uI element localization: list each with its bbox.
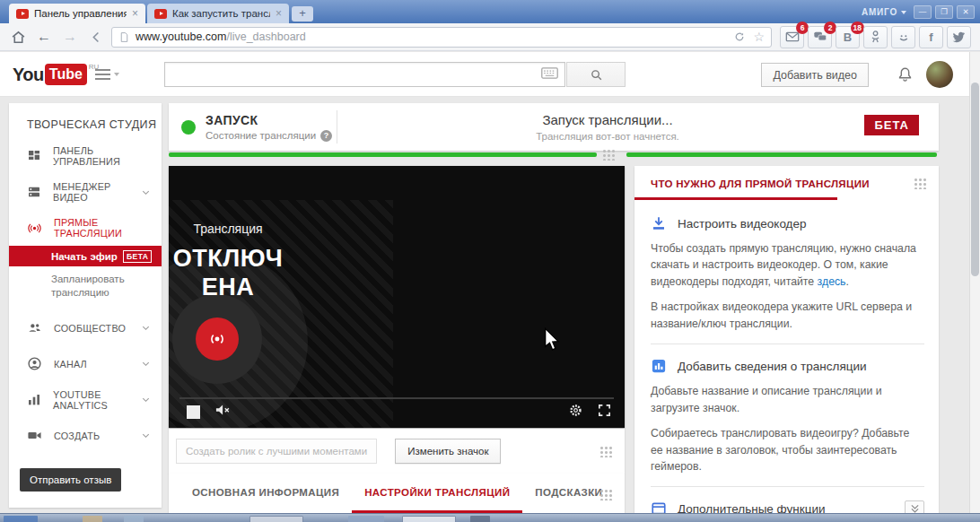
- page-content: ТВОРЧЕСКАЯ СТУДИЯ ПАНЕЛЬ УПРАВЛЕНИЯ МЕНЕ…: [0, 97, 980, 513]
- drag-handle[interactable]: [599, 489, 612, 500]
- here-link[interactable]: здесь: [818, 275, 846, 288]
- section-paragraph: Чтобы создать прямую трансляцию, нужно с…: [651, 240, 924, 290]
- browser-menu-button[interactable]: АМИГО: [862, 7, 906, 17]
- sidebar-item-analytics[interactable]: YOUTUBE ANALYTICS: [9, 382, 162, 418]
- windows-taskbar[interactable]: [0, 513, 980, 522]
- search-input[interactable]: [165, 63, 535, 86]
- taskbar-item[interactable]: [249, 516, 303, 522]
- reload-icon[interactable]: [733, 30, 746, 43]
- sidebar-subitem-schedule-stream[interactable]: Запланировать трансляцию: [9, 266, 144, 301]
- share-button[interactable]: [85, 26, 107, 48]
- sidebar-subitem-start-stream[interactable]: Начать эфир БЕТА: [9, 246, 162, 266]
- player-progress-bar[interactable]: [179, 397, 614, 399]
- back-button[interactable]: ←: [33, 26, 55, 48]
- home-button[interactable]: [7, 26, 29, 48]
- user-avatar[interactable]: [926, 61, 953, 88]
- taskbar-item[interactable]: [83, 516, 102, 522]
- maximize-button[interactable]: ❐: [935, 5, 953, 19]
- minimize-button[interactable]: —: [914, 5, 932, 19]
- help-icon[interactable]: ?: [320, 130, 332, 142]
- send-feedback-button[interactable]: Отправить отзыв: [20, 468, 121, 492]
- section-heading: Настроить видеокодер: [678, 217, 806, 231]
- home-icon: [11, 30, 26, 45]
- sidebar-item-label: ПАНЕЛЬ УПРАВЛЕНИЯ: [53, 145, 162, 167]
- add-video-button[interactable]: Добавить видео: [761, 63, 869, 87]
- checklist-title: ЧТО НУЖНО ДЛЯ ПРЯМОЙ ТРАНСЛЯЦИИ: [651, 178, 870, 189]
- chevron-down-icon: [141, 187, 151, 197]
- search-box: [164, 62, 565, 87]
- taskbar-item[interactable]: [470, 516, 490, 522]
- tab-stream-settings[interactable]: НАСТРОЙКИ ТРАНСЛЯЦИЙ: [352, 474, 522, 513]
- bookmark-star-icon[interactable]: ☆: [753, 30, 765, 44]
- stop-button[interactable]: [187, 405, 200, 419]
- channel-icon: [27, 356, 42, 371]
- dashboard-icon: [27, 149, 41, 163]
- sidebar-title: ТВОРЧЕСКАЯ СТУДИЯ: [9, 103, 162, 138]
- facebook-button[interactable]: f: [919, 26, 943, 48]
- facebook-icon: f: [929, 30, 932, 44]
- sidebar-item-live-streaming[interactable]: ПРЯМЫЕ ТРАНСЛЯЦИИ: [9, 210, 162, 246]
- chat-button[interactable]: 2: [808, 26, 832, 48]
- mail-icon: [785, 30, 800, 43]
- twitter-button[interactable]: [947, 26, 971, 48]
- mail-button[interactable]: 6: [780, 26, 804, 48]
- sidebar-item-label: МЕНЕДЖЕР ВИДЕО: [53, 181, 129, 203]
- checklist-section-details: Добавить сведения о трансляции: [651, 358, 924, 374]
- stream-status-bar: ЗАПУСК Состояние трансляции ? Запуск тра…: [169, 103, 939, 151]
- search-button[interactable]: [566, 62, 626, 87]
- status-divider: [337, 110, 337, 144]
- tab-close-icon[interactable]: ×: [276, 7, 282, 20]
- new-tab-button[interactable]: +: [292, 6, 313, 22]
- url-text: www.youtube.com/live_dashboard: [136, 30, 306, 43]
- browser-tab-howto[interactable]: Как запустить трансл ×: [147, 4, 289, 23]
- taskbar-active-item[interactable]: [402, 516, 456, 522]
- drag-handle[interactable]: [599, 446, 612, 457]
- status-caption: Состояние трансляции: [206, 130, 316, 141]
- taskbar-item[interactable]: [4, 516, 38, 522]
- sidebar-item-create[interactable]: СОЗДАТЬ: [9, 418, 162, 454]
- status-message-title: Запуск трансляции...: [536, 112, 679, 127]
- myworld-button[interactable]: [891, 26, 915, 48]
- sidebar-item-dashboard[interactable]: ПАНЕЛЬ УПРАВЛЕНИЯ: [9, 138, 162, 174]
- sidebar-item-community[interactable]: СООБЩЕСТВО: [9, 310, 162, 346]
- vk-button[interactable]: B 18: [836, 26, 860, 48]
- sidebar-item-video-manager[interactable]: МЕНЕДЖЕР ВИДЕО: [9, 174, 162, 210]
- youtube-logo[interactable]: You Tube RU: [13, 64, 99, 85]
- url-host: www.youtube.com: [136, 30, 226, 43]
- create-highlight-button[interactable]: Создать ролик с лучшими моментами: [176, 439, 377, 464]
- sidebar-item-channel[interactable]: КАНАЛ: [9, 346, 162, 382]
- keyboard-icon[interactable]: [535, 66, 564, 83]
- change-thumbnail-button[interactable]: Изменить значок: [395, 439, 501, 464]
- player-settings-button[interactable]: [568, 403, 583, 422]
- browser-tab-dashboard[interactable]: Панель управления т ×: [9, 4, 145, 23]
- odnoklassniki-icon: [870, 30, 881, 44]
- double-chevron-down-icon: [909, 503, 921, 513]
- forward-button[interactable]: →: [59, 26, 81, 48]
- section-paragraph: Собираетесь транслировать видеоигру? Доб…: [651, 425, 924, 474]
- address-bar[interactable]: www.youtube.com/live_dashboard ☆: [111, 27, 772, 48]
- volume-muted-button[interactable]: [214, 402, 233, 422]
- live-player[interactable]: Трансляция ОТКЛЮЧЕНА: [169, 166, 625, 428]
- guide-menu-button[interactable]: [95, 69, 119, 80]
- taskbar-item[interactable]: [124, 516, 144, 522]
- section-paragraph: В настройках видеокодера укажите URL сер…: [651, 299, 924, 332]
- tab-basic-info[interactable]: ОСНОВНАЯ ИНФОРМАЦИЯ: [179, 474, 352, 513]
- section-paragraph: Добавьте название и описание трансляции …: [651, 383, 924, 416]
- drag-handle[interactable]: [602, 149, 615, 161]
- notifications-bell-icon[interactable]: [897, 65, 914, 87]
- close-button[interactable]: ✕: [957, 5, 975, 19]
- expand-section-button[interactable]: [905, 500, 924, 513]
- window-controls: — ❐ ✕: [914, 5, 975, 19]
- drag-handle[interactable]: [914, 178, 926, 189]
- titlebar-right: АМИГО — ❐ ✕: [862, 5, 980, 23]
- sidebar-item-label: КАНАЛ: [54, 359, 87, 370]
- scrollbar-thumb[interactable]: [971, 83, 979, 276]
- taskbar-item[interactable]: [348, 516, 384, 522]
- odnoklassniki-button[interactable]: [863, 26, 888, 48]
- tab-close-icon[interactable]: ×: [132, 7, 138, 20]
- community-icon: [27, 320, 42, 335]
- page-scrollbar[interactable]: [969, 52, 980, 513]
- volume-muted-icon: [214, 402, 233, 418]
- download-icon: [651, 215, 667, 231]
- fullscreen-button[interactable]: [597, 403, 612, 422]
